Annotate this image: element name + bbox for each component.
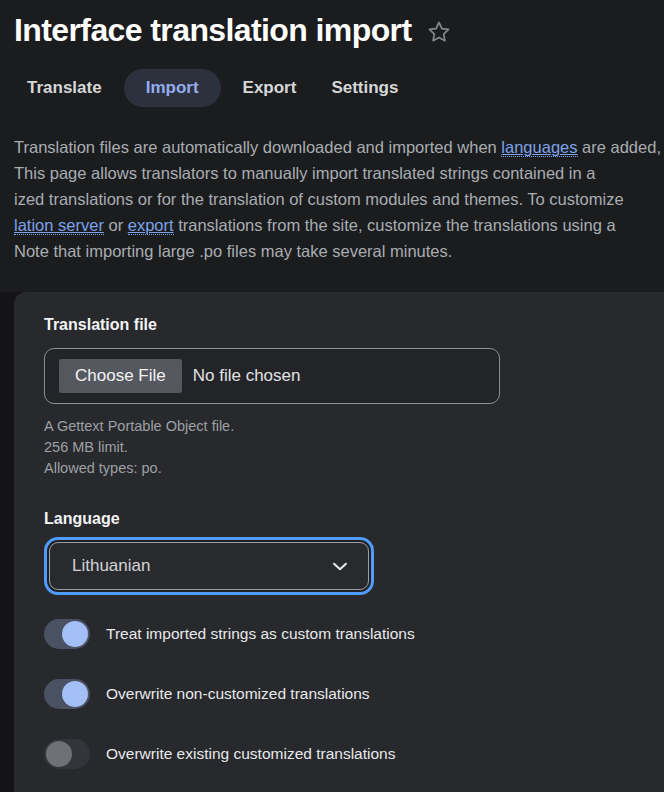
choose-file-button[interactable]: Choose File	[59, 359, 182, 393]
translation-file-label: Translation file	[44, 316, 664, 334]
page-description: Translation files are automatically down…	[14, 134, 664, 264]
import-form-card: Translation file Choose File No file cho…	[14, 292, 664, 792]
toggle-label: Overwrite existing customized translatio…	[106, 745, 395, 763]
page-title: Interface translation import	[14, 8, 412, 52]
file-field-help: A Gettext Portable Object file. 256 MB l…	[44, 416, 664, 479]
toggle-knob	[46, 741, 72, 767]
page-header: Interface translation import	[0, 0, 664, 52]
tab-settings[interactable]: Settings	[318, 69, 411, 107]
description-line: Translation files are automatically down…	[14, 134, 664, 160]
import-options: Treat imported strings as custom transla…	[44, 619, 664, 769]
toggle-switch[interactable]	[44, 739, 90, 769]
toggle-label: Overwrite non-customized translations	[106, 685, 370, 703]
languages-link[interactable]: languages	[501, 138, 577, 157]
tab-bar: Translate Import Export Settings	[14, 68, 664, 108]
language-select-focus-ring: Lithuanian	[44, 537, 374, 595]
language-select[interactable]: Lithuanian	[49, 542, 369, 590]
help-line-allowed-types: Allowed types: po.	[44, 458, 664, 479]
language-label: Language	[44, 510, 664, 528]
translation-file-input[interactable]: Choose File No file chosen	[44, 348, 500, 404]
tab-translate[interactable]: Translate	[14, 69, 115, 107]
chevron-down-icon	[329, 555, 351, 577]
language-select-value: Lithuanian	[72, 556, 150, 576]
toggle-overwrite-customized[interactable]: Overwrite existing customized translatio…	[44, 739, 664, 769]
page-header-region: Interface translation import Translate I…	[0, 0, 664, 292]
help-line-file-type: A Gettext Portable Object file.	[44, 416, 664, 437]
toggle-knob	[62, 681, 88, 707]
description-line: lation server or export translations fro…	[14, 212, 664, 238]
help-line-size-limit: 256 MB limit.	[44, 437, 664, 458]
description-line: Note that importing large .po files may …	[14, 238, 664, 264]
tab-export[interactable]: Export	[230, 69, 310, 107]
bookmark-star-icon[interactable]	[426, 19, 452, 45]
toggle-label: Treat imported strings as custom transla…	[106, 625, 415, 643]
tab-import[interactable]: Import	[124, 69, 221, 107]
file-chosen-status: No file chosen	[193, 366, 301, 386]
description-line: This page allows translators to manually…	[14, 160, 664, 186]
toggle-switch[interactable]	[44, 679, 90, 709]
toggle-knob	[62, 621, 88, 647]
toggle-switch[interactable]	[44, 619, 90, 649]
description-line: ized translations or for the translation…	[14, 186, 664, 212]
toggle-overwrite-non-customized[interactable]: Overwrite non-customized translations	[44, 679, 664, 709]
toggle-custom-translations[interactable]: Treat imported strings as custom transla…	[44, 619, 664, 649]
localization-server-link[interactable]: lation server	[14, 216, 104, 235]
export-link[interactable]: export	[128, 216, 174, 235]
